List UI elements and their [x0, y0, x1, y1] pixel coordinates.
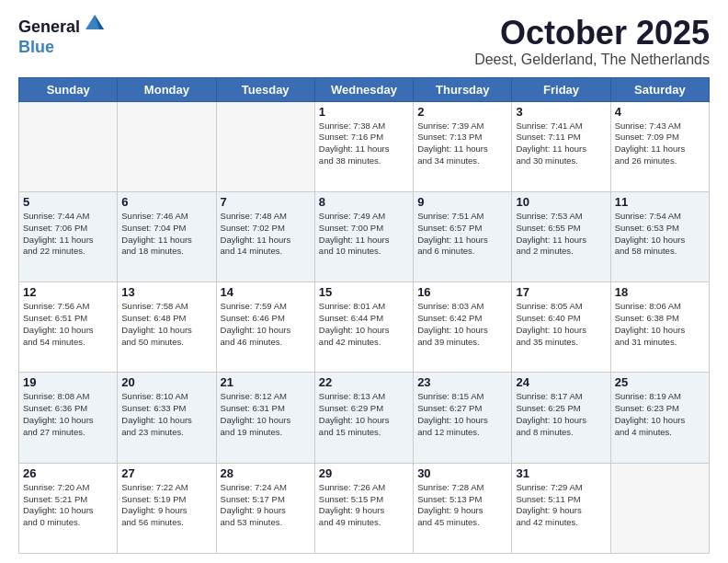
day-number: 19	[23, 375, 113, 389]
table-row	[118, 101, 216, 191]
day-number: 21	[221, 375, 311, 389]
table-row: 1Sunrise: 7:38 AM Sunset: 7:16 PM Daylig…	[314, 101, 413, 191]
page: General Blue October 2025 Deest, Gelderl…	[0, 0, 728, 563]
calendar-header-row: Sunday Monday Tuesday Wednesday Thursday…	[19, 77, 710, 101]
calendar-week-row: 19Sunrise: 8:08 AM Sunset: 6:36 PM Dayli…	[19, 373, 710, 463]
table-row: 12Sunrise: 7:56 AM Sunset: 6:51 PM Dayli…	[19, 282, 118, 373]
header-saturday: Saturday	[610, 77, 709, 101]
logo-general-text: General	[18, 18, 80, 35]
day-info: Sunrise: 7:41 AM Sunset: 7:11 PM Dayligh…	[516, 121, 606, 167]
day-number: 22	[319, 375, 409, 389]
day-info: Sunrise: 8:03 AM Sunset: 6:42 PM Dayligh…	[417, 301, 507, 348]
table-row: 3Sunrise: 7:41 AM Sunset: 7:11 PM Daylig…	[512, 101, 610, 191]
table-row: 15Sunrise: 8:01 AM Sunset: 6:44 PM Dayli…	[314, 282, 413, 373]
day-info: Sunrise: 8:13 AM Sunset: 6:29 PM Dayligh…	[319, 391, 409, 438]
header-tuesday: Tuesday	[216, 77, 314, 101]
table-row: 7Sunrise: 7:48 AM Sunset: 7:02 PM Daylig…	[216, 191, 314, 282]
table-row: 8Sunrise: 7:49 AM Sunset: 7:00 PM Daylig…	[314, 191, 413, 282]
table-row: 26Sunrise: 7:20 AM Sunset: 5:21 PM Dayli…	[19, 463, 118, 553]
day-info: Sunrise: 8:10 AM Sunset: 6:33 PM Dayligh…	[121, 391, 211, 438]
day-number: 23	[417, 375, 507, 389]
day-info: Sunrise: 7:54 AM Sunset: 6:53 PM Dayligh…	[615, 211, 705, 258]
day-number: 12	[23, 285, 113, 299]
day-info: Sunrise: 8:17 AM Sunset: 6:25 PM Dayligh…	[516, 391, 606, 438]
day-info: Sunrise: 7:43 AM Sunset: 7:09 PM Dayligh…	[615, 121, 705, 167]
table-row: 23Sunrise: 8:15 AM Sunset: 6:27 PM Dayli…	[414, 373, 512, 463]
table-row: 10Sunrise: 7:53 AM Sunset: 6:55 PM Dayli…	[512, 191, 610, 282]
day-number: 16	[417, 285, 507, 299]
day-info: Sunrise: 7:22 AM Sunset: 5:19 PM Dayligh…	[121, 482, 211, 529]
day-number: 8	[319, 195, 409, 209]
table-row: 30Sunrise: 7:28 AM Sunset: 5:13 PM Dayli…	[414, 463, 512, 553]
day-info: Sunrise: 7:59 AM Sunset: 6:46 PM Dayligh…	[221, 301, 311, 348]
header-wednesday: Wednesday	[314, 77, 413, 101]
day-info: Sunrise: 7:39 AM Sunset: 7:13 PM Dayligh…	[417, 121, 507, 167]
day-info: Sunrise: 8:06 AM Sunset: 6:38 PM Dayligh…	[615, 301, 705, 348]
day-number: 7	[221, 195, 311, 209]
calendar-week-row: 12Sunrise: 7:56 AM Sunset: 6:51 PM Dayli…	[19, 282, 710, 373]
logo-icon	[84, 13, 106, 37]
table-row: 4Sunrise: 7:43 AM Sunset: 7:09 PM Daylig…	[610, 101, 709, 191]
day-info: Sunrise: 8:05 AM Sunset: 6:40 PM Dayligh…	[516, 301, 606, 348]
calendar-week-row: 26Sunrise: 7:20 AM Sunset: 5:21 PM Dayli…	[19, 463, 710, 553]
calendar-table: Sunday Monday Tuesday Wednesday Thursday…	[18, 77, 710, 554]
table-row: 17Sunrise: 8:05 AM Sunset: 6:40 PM Dayli…	[512, 282, 610, 373]
table-row: 27Sunrise: 7:22 AM Sunset: 5:19 PM Dayli…	[118, 463, 216, 553]
day-number: 3	[516, 105, 606, 119]
day-info: Sunrise: 7:51 AM Sunset: 6:57 PM Dayligh…	[417, 211, 507, 258]
day-info: Sunrise: 7:53 AM Sunset: 6:55 PM Dayligh…	[516, 211, 606, 258]
logo: General Blue	[18, 15, 106, 55]
table-row: 13Sunrise: 7:58 AM Sunset: 6:48 PM Dayli…	[118, 282, 216, 373]
table-row: 19Sunrise: 8:08 AM Sunset: 6:36 PM Dayli…	[19, 373, 118, 463]
day-info: Sunrise: 7:24 AM Sunset: 5:17 PM Dayligh…	[221, 482, 311, 529]
table-row: 2Sunrise: 7:39 AM Sunset: 7:13 PM Daylig…	[414, 101, 512, 191]
day-number: 30	[417, 466, 507, 480]
table-row: 18Sunrise: 8:06 AM Sunset: 6:38 PM Dayli…	[610, 282, 709, 373]
day-number: 24	[516, 375, 606, 389]
calendar-week-row: 5Sunrise: 7:44 AM Sunset: 7:06 PM Daylig…	[19, 191, 710, 282]
day-info: Sunrise: 7:58 AM Sunset: 6:48 PM Dayligh…	[121, 301, 211, 348]
day-info: Sunrise: 8:12 AM Sunset: 6:31 PM Dayligh…	[221, 391, 311, 438]
table-row: 9Sunrise: 7:51 AM Sunset: 6:57 PM Daylig…	[414, 191, 512, 282]
day-number: 11	[615, 195, 705, 209]
day-info: Sunrise: 7:20 AM Sunset: 5:21 PM Dayligh…	[23, 482, 113, 529]
logo-blue-text: Blue	[18, 39, 106, 55]
header: General Blue October 2025 Deest, Gelderl…	[18, 15, 710, 68]
day-info: Sunrise: 7:48 AM Sunset: 7:02 PM Dayligh…	[221, 211, 311, 258]
title-area: October 2025 Deest, Gelderland, The Neth…	[474, 15, 710, 68]
day-number: 28	[221, 466, 311, 480]
table-row: 11Sunrise: 7:54 AM Sunset: 6:53 PM Dayli…	[610, 191, 709, 282]
day-number: 31	[516, 466, 606, 480]
day-number: 13	[121, 285, 211, 299]
table-row	[610, 463, 709, 553]
table-row: 6Sunrise: 7:46 AM Sunset: 7:04 PM Daylig…	[118, 191, 216, 282]
day-number: 1	[319, 105, 409, 119]
day-info: Sunrise: 7:44 AM Sunset: 7:06 PM Dayligh…	[23, 211, 113, 258]
table-row	[19, 101, 118, 191]
day-number: 6	[121, 195, 211, 209]
day-number: 9	[417, 195, 507, 209]
day-info: Sunrise: 7:38 AM Sunset: 7:16 PM Dayligh…	[319, 121, 409, 167]
calendar-week-row: 1Sunrise: 7:38 AM Sunset: 7:16 PM Daylig…	[19, 101, 710, 191]
day-number: 25	[615, 375, 705, 389]
day-info: Sunrise: 8:01 AM Sunset: 6:44 PM Dayligh…	[319, 301, 409, 348]
header-thursday: Thursday	[414, 77, 512, 101]
table-row: 21Sunrise: 8:12 AM Sunset: 6:31 PM Dayli…	[216, 373, 314, 463]
day-info: Sunrise: 7:29 AM Sunset: 5:11 PM Dayligh…	[516, 482, 606, 529]
table-row: 14Sunrise: 7:59 AM Sunset: 6:46 PM Dayli…	[216, 282, 314, 373]
day-number: 26	[23, 466, 113, 480]
day-info: Sunrise: 7:46 AM Sunset: 7:04 PM Dayligh…	[121, 211, 211, 258]
location-title: Deest, Gelderland, The Netherlands	[474, 52, 710, 68]
header-sunday: Sunday	[19, 77, 118, 101]
day-info: Sunrise: 7:26 AM Sunset: 5:15 PM Dayligh…	[319, 482, 409, 529]
day-number: 15	[319, 285, 409, 299]
header-monday: Monday	[118, 77, 216, 101]
day-number: 4	[615, 105, 705, 119]
table-row	[216, 101, 314, 191]
table-row: 31Sunrise: 7:29 AM Sunset: 5:11 PM Dayli…	[512, 463, 610, 553]
table-row: 28Sunrise: 7:24 AM Sunset: 5:17 PM Dayli…	[216, 463, 314, 553]
table-row: 5Sunrise: 7:44 AM Sunset: 7:06 PM Daylig…	[19, 191, 118, 282]
day-info: Sunrise: 7:28 AM Sunset: 5:13 PM Dayligh…	[417, 482, 507, 529]
day-number: 29	[319, 466, 409, 480]
table-row: 25Sunrise: 8:19 AM Sunset: 6:23 PM Dayli…	[610, 373, 709, 463]
